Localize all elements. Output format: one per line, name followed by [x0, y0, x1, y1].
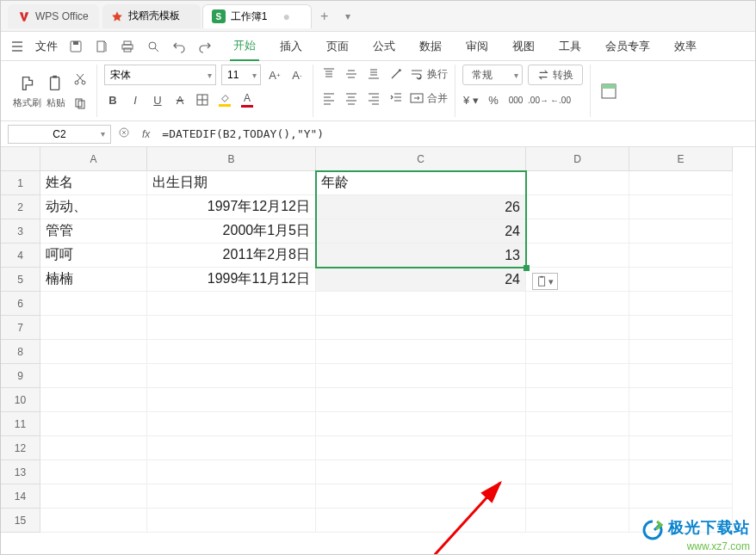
- cell[interactable]: 呵呵: [40, 244, 147, 268]
- cell[interactable]: [629, 484, 733, 509]
- font-color-button[interactable]: A: [239, 90, 256, 109]
- cell[interactable]: [40, 340, 147, 364]
- cell[interactable]: [147, 316, 316, 340]
- cell[interactable]: [147, 412, 316, 436]
- cell[interactable]: [147, 340, 316, 364]
- cell[interactable]: [40, 484, 147, 509]
- row-header[interactable]: 4: [1, 244, 40, 268]
- cell[interactable]: [40, 436, 147, 460]
- cell[interactable]: [629, 340, 733, 364]
- menu-tab-7[interactable]: 工具: [555, 32, 585, 61]
- cell[interactable]: [526, 316, 629, 340]
- indent-button[interactable]: [387, 89, 405, 108]
- menu-tab-2[interactable]: 页面: [323, 32, 352, 61]
- cell[interactable]: [526, 364, 629, 388]
- cell[interactable]: 13: [316, 244, 526, 268]
- undo-icon[interactable]: [171, 39, 187, 54]
- merge-button[interactable]: 合并: [410, 91, 448, 106]
- sheet-area[interactable]: ABCDE1姓名出生日期年龄2动动、1997年12月12日263管管2000年1…: [1, 147, 755, 555]
- align-middle-button[interactable]: [343, 65, 360, 83]
- cell[interactable]: 楠楠: [40, 268, 147, 292]
- cell[interactable]: [526, 292, 629, 316]
- cell[interactable]: [147, 388, 316, 412]
- cell[interactable]: [526, 388, 629, 412]
- cell[interactable]: [316, 316, 526, 340]
- fx-icon[interactable]: fx: [142, 128, 150, 140]
- save-icon[interactable]: [68, 39, 84, 54]
- tab-workbook[interactable]: S 工作簿1 ●: [202, 4, 312, 28]
- row-header[interactable]: 15: [1, 509, 40, 533]
- cell[interactable]: [40, 364, 147, 388]
- cancel-formula-icon[interactable]: [118, 126, 130, 141]
- cell[interactable]: 出生日期: [147, 171, 316, 195]
- cell[interactable]: [526, 484, 629, 509]
- cell[interactable]: [629, 268, 733, 292]
- italic-button[interactable]: I: [127, 90, 144, 109]
- row-header[interactable]: 6: [1, 292, 40, 316]
- cell[interactable]: [147, 364, 316, 388]
- cell[interactable]: [629, 388, 733, 412]
- row-header[interactable]: 3: [1, 219, 40, 244]
- tab-overflow-button[interactable]: ▾: [337, 10, 359, 22]
- cell[interactable]: 姓名: [40, 171, 147, 195]
- cell[interactable]: [526, 436, 629, 460]
- column-header[interactable]: C: [316, 147, 526, 171]
- increase-decimal-button[interactable]: .00→: [530, 90, 547, 109]
- comma-button[interactable]: 000: [507, 90, 524, 109]
- cell[interactable]: [629, 171, 733, 195]
- cell[interactable]: [316, 388, 526, 412]
- cell[interactable]: [316, 364, 526, 388]
- cell[interactable]: [629, 195, 733, 219]
- cell[interactable]: [316, 460, 526, 484]
- cell[interactable]: [40, 412, 147, 436]
- align-top-button[interactable]: [320, 65, 338, 83]
- cell[interactable]: [40, 316, 147, 340]
- print-preview-icon[interactable]: [146, 39, 161, 54]
- decrease-font-button[interactable]: A-: [288, 65, 306, 84]
- cell[interactable]: [629, 316, 733, 340]
- cell[interactable]: [147, 460, 316, 484]
- cell[interactable]: [147, 484, 316, 509]
- selection-fill-handle[interactable]: [524, 265, 530, 271]
- convert-button[interactable]: 转换: [528, 65, 583, 85]
- menu-tab-1[interactable]: 插入: [276, 32, 306, 61]
- percent-button[interactable]: %: [485, 90, 502, 109]
- cell[interactable]: 1997年12月12日: [147, 195, 316, 219]
- cell[interactable]: [526, 460, 629, 484]
- cell[interactable]: [526, 195, 629, 219]
- format-painter-button[interactable]: [16, 72, 39, 95]
- cell[interactable]: [526, 219, 629, 244]
- fill-color-button[interactable]: [216, 90, 233, 109]
- row-header[interactable]: 7: [1, 316, 40, 340]
- name-box[interactable]: C2 ▾: [8, 125, 111, 144]
- cell[interactable]: [629, 364, 733, 388]
- menu-tab-9[interactable]: 效率: [671, 32, 700, 61]
- border-button[interactable]: [194, 90, 211, 109]
- new-icon[interactable]: [94, 39, 109, 54]
- column-header[interactable]: A: [40, 147, 147, 171]
- redo-icon[interactable]: [197, 39, 213, 54]
- cell[interactable]: [629, 292, 733, 316]
- currency-button[interactable]: ¥ ▾: [462, 90, 480, 109]
- underline-button[interactable]: U: [149, 90, 166, 109]
- cell[interactable]: [316, 484, 526, 509]
- row-header[interactable]: 12: [1, 436, 40, 460]
- row-header[interactable]: 13: [1, 460, 40, 484]
- cell[interactable]: [316, 509, 526, 533]
- cell[interactable]: 2011年2月8日: [147, 244, 316, 268]
- menu-tab-3[interactable]: 公式: [369, 32, 399, 61]
- align-bottom-button[interactable]: [365, 65, 382, 83]
- copy-button[interactable]: [71, 94, 90, 113]
- cell-styles-button[interactable]: [598, 80, 620, 102]
- cell[interactable]: [629, 244, 733, 268]
- cell[interactable]: [40, 292, 147, 316]
- print-icon[interactable]: [120, 39, 135, 54]
- cell[interactable]: [40, 509, 147, 533]
- number-format-select[interactable]: 常规: [462, 65, 523, 85]
- cell[interactable]: [629, 460, 733, 484]
- row-header[interactable]: 11: [1, 412, 40, 436]
- cell[interactable]: [316, 412, 526, 436]
- cell[interactable]: [316, 292, 526, 316]
- align-center-button[interactable]: [343, 89, 360, 108]
- align-left-button[interactable]: [320, 89, 338, 108]
